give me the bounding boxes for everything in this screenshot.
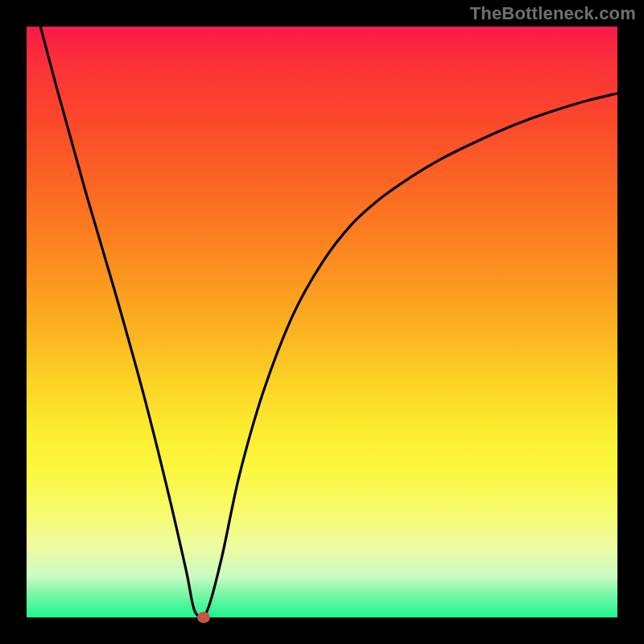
bottleneck-curve: [27, 27, 617, 617]
optimum-marker-icon: [197, 612, 210, 623]
plot-area: [27, 27, 617, 617]
curve-svg: [27, 27, 617, 617]
chart-frame: TheBottleneck.com: [0, 0, 644, 644]
watermark-text: TheBottleneck.com: [470, 3, 636, 24]
